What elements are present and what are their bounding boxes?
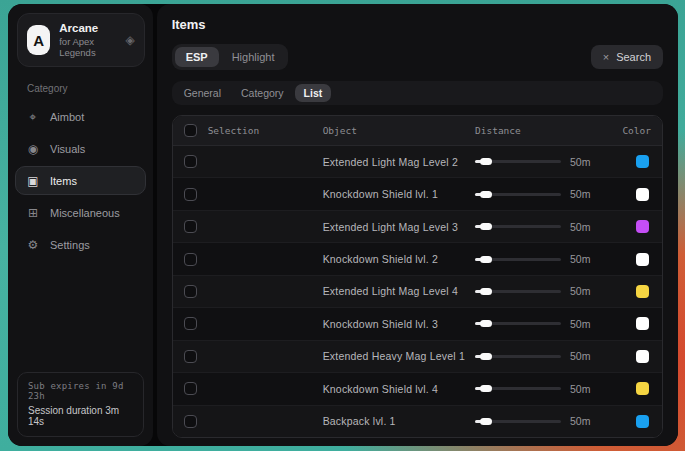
slider-thumb[interactable] [480, 385, 492, 392]
table-row: Backpack lvl. 1 50m [173, 406, 662, 437]
slider-thumb[interactable] [480, 353, 492, 360]
color-cell [613, 253, 651, 266]
distance-cell: 50m [475, 253, 603, 265]
mode-tabs: ESPHighlight [172, 44, 289, 70]
search-button[interactable]: × Search [591, 45, 663, 69]
tab-highlight[interactable]: Highlight [221, 47, 286, 67]
slider-thumb[interactable] [480, 191, 492, 198]
slider-thumb[interactable] [480, 158, 492, 165]
slider-thumb[interactable] [480, 256, 492, 263]
distance-cell: 50m [475, 156, 603, 168]
sidebar-item-items[interactable]: ▣ Items [15, 166, 146, 195]
color-swatch[interactable] [636, 220, 649, 233]
distance-value: 50m [570, 383, 590, 395]
distance-slider[interactable] [475, 355, 561, 358]
slider-thumb[interactable] [480, 320, 492, 327]
slider-thumb[interactable] [480, 288, 492, 295]
tab-esp[interactable]: ESP [175, 47, 219, 67]
distance-slider[interactable] [475, 193, 561, 196]
object-name: Extended Light Mag Level 2 [323, 156, 465, 168]
distance-cell: 50m [475, 415, 603, 427]
distance-slider[interactable] [475, 225, 561, 228]
color-cell [613, 155, 651, 168]
object-name: Knockdown Shield lvl. 4 [323, 383, 465, 395]
table-row: Extended Light Mag Level 4 50m [173, 276, 662, 308]
column-distance: Distance [475, 125, 603, 136]
app-name: Arcane [59, 22, 116, 34]
object-name: Extended Light Mag Level 3 [323, 221, 465, 233]
distance-value: 50m [570, 318, 590, 330]
table-body: Extended Light Mag Level 2 50m Knockdown… [173, 146, 662, 437]
table-row: Knockdown Shield lvl. 1 50m [173, 178, 662, 210]
row-checkbox[interactable] [184, 285, 197, 298]
table-row: Knockdown Shield lvl. 3 50m [173, 308, 662, 340]
app-logo: A [27, 25, 50, 55]
sidebar-item-miscellaneous[interactable]: ⊞ Miscellaneous [15, 198, 146, 227]
distance-cell: 50m [475, 188, 603, 200]
row-checkbox[interactable] [184, 317, 197, 330]
sidebar-item-label: Items [50, 175, 77, 187]
app-window: A Arcane for Apex Legends ◈ Category ⌖ A… [8, 4, 678, 446]
color-swatch[interactable] [636, 317, 649, 330]
color-swatch[interactable] [636, 415, 649, 428]
tab-general[interactable]: General [175, 84, 230, 102]
table-row: Knockdown Shield lvl. 4 50m [173, 373, 662, 405]
grid-icon: ⊞ [26, 206, 40, 220]
row-checkbox[interactable] [184, 188, 197, 201]
color-swatch[interactable] [636, 285, 649, 298]
table-row: Extended Heavy Mag Level 1 50m [173, 341, 662, 373]
page-title: Items [172, 17, 663, 32]
view-tabs: GeneralCategoryList [172, 81, 663, 105]
sidebar-spacer [8, 259, 153, 372]
object-name: Extended Light Mag Level 4 [323, 285, 465, 297]
select-all-checkbox[interactable] [184, 124, 197, 137]
distance-slider[interactable] [475, 387, 561, 390]
close-icon: × [603, 52, 609, 63]
sidebar: A Arcane for Apex Legends ◈ Category ⌖ A… [8, 4, 153, 446]
row-checkbox[interactable] [184, 350, 197, 363]
distance-slider[interactable] [475, 160, 561, 163]
distance-value: 50m [570, 415, 590, 427]
color-cell [613, 188, 651, 201]
color-swatch[interactable] [636, 155, 649, 168]
distance-slider[interactable] [475, 322, 561, 325]
sidebar-item-settings[interactable]: ⚙ Settings [15, 230, 146, 259]
object-name: Knockdown Shield lvl. 2 [323, 253, 465, 265]
tab-list[interactable]: List [295, 84, 332, 102]
distance-cell: 50m [475, 383, 603, 395]
table-header: Selection Object Distance Color [173, 116, 662, 146]
object-name: Knockdown Shield lvl. 1 [323, 188, 465, 200]
table-row: Extended Light Mag Level 2 50m [173, 146, 662, 178]
color-swatch[interactable] [636, 382, 649, 395]
slider-thumb[interactable] [480, 418, 492, 425]
table-row: Extended Light Mag Level 3 50m [173, 211, 662, 243]
sub-expires-text: Sub expires in 9d 23h [28, 381, 133, 401]
row-checkbox[interactable] [184, 220, 197, 233]
distance-slider[interactable] [475, 290, 561, 293]
row-checkbox[interactable] [184, 155, 197, 168]
app-title-block: Arcane for Apex Legends [59, 22, 116, 58]
color-cell [613, 382, 651, 395]
object-name: Backpack lvl. 1 [323, 415, 465, 427]
distance-slider[interactable] [475, 420, 561, 423]
distance-cell: 50m [475, 350, 603, 362]
tab-category[interactable]: Category [232, 84, 293, 102]
sidebar-item-label: Settings [50, 239, 90, 251]
search-button-label: Search [616, 51, 651, 63]
color-swatch[interactable] [636, 350, 649, 363]
color-cell [613, 285, 651, 298]
row-checkbox[interactable] [184, 415, 197, 428]
distance-value: 50m [570, 188, 590, 200]
controls-row: ESPHighlight × Search [172, 44, 663, 70]
badge-icon: ◈ [125, 33, 134, 47]
color-swatch[interactable] [636, 188, 649, 201]
color-swatch[interactable] [636, 253, 649, 266]
slider-thumb[interactable] [480, 223, 492, 230]
row-checkbox[interactable] [184, 253, 197, 266]
sidebar-item-visuals[interactable]: ◉ Visuals [15, 134, 146, 163]
package-icon: ▣ [26, 174, 40, 188]
sidebar-item-aimbot[interactable]: ⌖ Aimbot [15, 102, 146, 131]
row-checkbox[interactable] [184, 382, 197, 395]
eye-icon: ◉ [26, 142, 40, 156]
distance-slider[interactable] [475, 258, 561, 261]
